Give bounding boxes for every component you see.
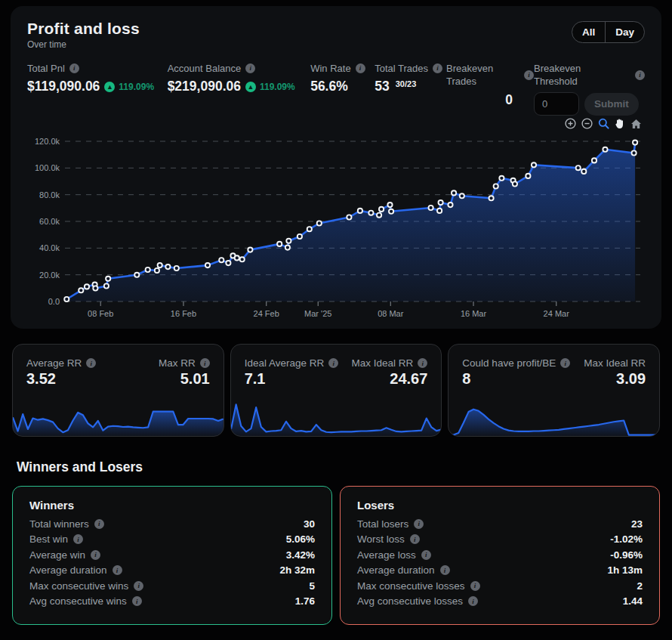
stat-row: Average wini 3.42% (29, 547, 315, 563)
stat-row: Worst lossi -1.02% (357, 532, 643, 548)
info-icon[interactable]: i (433, 63, 442, 73)
box-zoom-icon[interactable] (598, 118, 609, 129)
svg-text:08 Mar: 08 Mar (378, 309, 404, 318)
rr-right-label: Max Ideal RRi (352, 357, 428, 369)
info-icon[interactable]: i (524, 70, 534, 80)
info-icon[interactable]: i (94, 519, 104, 529)
losers-card-title: Losers (357, 499, 643, 512)
card-header: Profit and loss Over time All Day (27, 20, 645, 50)
info-icon[interactable]: i (245, 63, 255, 73)
pnl-area-chart[interactable]: 0.020.0k40.0k60.0k80.0k100.0k120.0k08 Fe… (27, 134, 645, 323)
rr-left-value: 8 (462, 370, 470, 388)
rr-left-label: Could have profit/BEi (462, 357, 570, 369)
zoom-in-icon[interactable] (565, 118, 576, 129)
svg-text:16 Feb: 16 Feb (171, 309, 196, 318)
up-arrow-icon: ▲ (104, 82, 115, 92)
info-icon[interactable]: i (91, 550, 100, 560)
page-subtitle: Over time (27, 39, 140, 50)
stat-row: Best wini 5.06% (29, 532, 315, 548)
stat-row-value: 23 (631, 518, 643, 530)
info-icon[interactable]: i (73, 534, 83, 544)
info-icon[interactable]: i (560, 358, 570, 368)
range-toggle: All Day (572, 21, 645, 43)
info-icon[interactable]: i (635, 70, 645, 80)
losers-card: Losers Total losersi 23 Worst lossi -1.0… (340, 486, 660, 625)
stat-row: Max consecutive winsi 5 (29, 578, 315, 594)
stat-label: Total Trades (375, 62, 428, 75)
winners-losers-title: Winners and Losers (17, 459, 661, 475)
change-percent: 119.09% (119, 82, 154, 92)
stat-breakeven-trades: Breakeven Trades i 0 (446, 62, 534, 108)
up-arrow-icon: ▲ (245, 82, 256, 92)
stat-row-label: Average lossi (357, 549, 431, 561)
stat-row-value: 3.42% (286, 549, 315, 561)
stat-row-value: 1.44 (623, 595, 643, 607)
change-percent: 119.09% (260, 82, 295, 92)
rr-card-3: Could have profit/BEi Max Ideal RR 8 3.0… (448, 344, 660, 437)
stat-row-value: 2 (637, 580, 643, 592)
range-all-button[interactable]: All (572, 22, 605, 42)
svg-text:100.0k: 100.0k (35, 163, 60, 172)
info-icon[interactable]: i (414, 519, 424, 529)
rr-right-label: Max Ideal RR (584, 357, 646, 369)
stat-row-label: Average wini (29, 549, 100, 561)
rr-card-2: Ideal Average RRi Max Ideal RRi 7.1 24.6… (230, 344, 442, 437)
stat-label: Total Pnl (27, 62, 65, 75)
info-icon[interactable]: i (132, 596, 142, 606)
info-icon[interactable]: i (134, 581, 143, 591)
stat-label: Breakeven Threshold (534, 62, 593, 88)
profit-loss-card: Profit and loss Over time All Day Total … (11, 6, 661, 329)
breakeven-threshold-input[interactable] (534, 92, 579, 116)
svg-text:120.0k: 120.0k (35, 137, 60, 146)
stat-row-value: 30 (304, 518, 315, 530)
winners-card: Winners Total winnersi 30 Best wini 5.06… (12, 486, 332, 625)
stat-row-value: 1.76 (295, 595, 315, 607)
rr-right-label: Max RRi (159, 357, 210, 369)
stat-row: Average durationi 2h 32m (29, 563, 315, 579)
stat-row-label: Avg consecutive winsi (29, 595, 142, 607)
stat-row-label: Average durationi (29, 564, 122, 576)
info-icon[interactable]: i (410, 534, 420, 544)
stat-row-label: Max consecutive winsi (29, 580, 143, 592)
winners-card-title: Winners (29, 499, 315, 512)
info-icon[interactable]: i (470, 581, 480, 591)
stat-row-label: Max consecutive lossesi (357, 580, 480, 592)
info-icon[interactable]: i (421, 550, 431, 560)
info-icon[interactable]: i (69, 63, 79, 73)
info-icon[interactable]: i (356, 63, 365, 73)
stat-value: 56.6% (310, 79, 348, 94)
zoom-out-icon[interactable] (581, 118, 593, 129)
stat-label: Breakeven Trades (446, 62, 505, 88)
stat-row-value: 5.06% (286, 533, 315, 545)
rr-right-value: 24.67 (390, 370, 427, 388)
submit-button[interactable]: Submit (584, 93, 639, 116)
stat-label: Account Balance (168, 62, 242, 75)
stat-row: Average lossi -0.96% (357, 547, 643, 563)
info-icon[interactable]: i (113, 565, 122, 575)
chart-toolbar (565, 118, 642, 129)
info-icon[interactable]: i (328, 358, 338, 368)
stat-row: Total losersi 23 (357, 516, 643, 532)
stat-row-label: Best wini (29, 533, 83, 545)
info-icon[interactable]: i (86, 358, 96, 368)
svg-text:40.0k: 40.0k (39, 243, 60, 252)
rr-sparkline (231, 400, 442, 436)
info-icon[interactable]: i (418, 358, 427, 368)
stat-row-label: Avg consecutive lossesi (357, 595, 478, 607)
stat-row-label: Worst lossi (357, 533, 420, 545)
stat-row: Max consecutive lossesi 2 (357, 578, 643, 594)
svg-text:Mar '25: Mar '25 (304, 309, 331, 318)
dashboard-page: Profit and loss Over time All Day Total … (0, 0, 672, 625)
pan-hand-icon[interactable] (615, 118, 625, 129)
rr-sparkline (449, 400, 659, 436)
home-icon[interactable] (630, 119, 642, 129)
info-icon[interactable]: i (468, 596, 478, 606)
rr-right-value: 5.01 (180, 370, 210, 388)
stat-row-value: 1h 13m (607, 564, 643, 576)
info-icon[interactable]: i (200, 358, 210, 368)
range-day-button[interactable]: Day (605, 22, 644, 42)
stat-breakeven-threshold: Breakeven Threshold i Submit (534, 62, 645, 116)
stat-row: Average durationi 1h 13m (357, 563, 643, 579)
info-icon[interactable]: i (440, 565, 450, 575)
svg-text:60.0k: 60.0k (39, 217, 60, 226)
